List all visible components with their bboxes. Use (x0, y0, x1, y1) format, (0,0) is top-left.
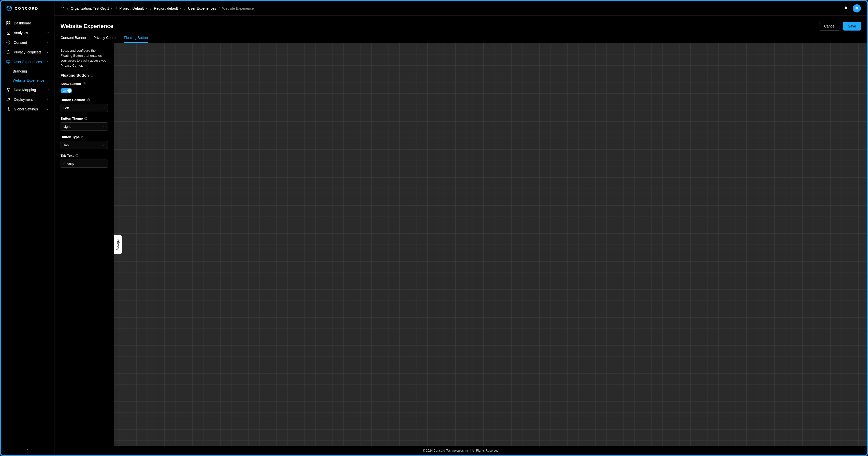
sidebar-collapse-button[interactable] (1, 445, 54, 455)
section-title: Floating Button (61, 73, 108, 78)
dashboard-icon (6, 21, 11, 26)
mapping-icon (6, 88, 11, 92)
svg-rect-3 (9, 24, 10, 25)
sidebar-item-label: Consent (14, 40, 27, 44)
svg-point-5 (8, 42, 8, 42)
sidebar-item-label: Analytics (14, 31, 28, 35)
tab-text-label: Tab Text (61, 154, 108, 157)
button-type-label: Button Type (61, 135, 108, 139)
preview-canvas: Privacy (114, 43, 867, 446)
logo-icon (6, 5, 12, 11)
button-position-label: Button Position (61, 98, 108, 102)
svg-point-13 (8, 109, 9, 110)
sidebar-item-deployment[interactable]: Deployment (1, 95, 54, 104)
chevron-down-icon (102, 125, 105, 128)
button-theme-label: Button Theme (61, 117, 108, 120)
sidebar-item-label: Data Mapping (14, 88, 36, 92)
config-description: Setup and configure the Floating Button … (61, 48, 108, 68)
sidebar-item-label: User Experiences (14, 60, 42, 64)
svg-point-12 (9, 99, 9, 99)
tabs: Consent Banner Privacy Center Floating B… (55, 31, 867, 43)
button-type-select[interactable]: Tab (61, 141, 108, 149)
sidebar-item-label: Privacy Requests (14, 50, 41, 54)
sidebar-item-consent[interactable]: Consent (1, 38, 54, 47)
chevron-down-icon (46, 108, 49, 111)
svg-point-9 (7, 88, 8, 89)
sidebar-item-analytics[interactable]: Analytics (1, 28, 54, 38)
help-icon[interactable] (84, 117, 88, 120)
save-button[interactable]: Save (843, 22, 861, 31)
svg-rect-1 (9, 21, 10, 23)
notifications-icon[interactable] (844, 6, 848, 11)
help-icon[interactable] (75, 154, 79, 157)
help-icon[interactable] (81, 135, 85, 139)
footer: © 2024 Concord Technologies Inc. | All R… (55, 446, 867, 455)
user-avatar[interactable]: BL (853, 4, 861, 12)
toggle-knob (67, 89, 71, 93)
chevron-down-icon (102, 107, 105, 110)
breadcrumb-home[interactable] (61, 6, 65, 10)
sidebar-item-label: Global Settings (14, 107, 38, 111)
sidebar-item-label: Deployment (14, 97, 33, 101)
svg-point-10 (9, 88, 10, 89)
floating-privacy-tab[interactable]: Privacy (114, 235, 122, 254)
tab-consent-banner[interactable]: Consent Banner (61, 36, 86, 43)
svg-rect-0 (7, 21, 8, 23)
topbar: / Organization: Test Org 1 / Project: De… (55, 1, 867, 16)
page-title: Website Experience (61, 23, 113, 30)
tab-floating-button[interactable]: Floating Button (124, 36, 148, 43)
sidebar-item-global-settings[interactable]: Global Settings (1, 104, 54, 114)
tab-text-input[interactable] (61, 159, 108, 168)
rocket-icon (6, 97, 11, 102)
breadcrumb-project[interactable]: Project: Default (119, 6, 148, 10)
sidebar-subitem-branding[interactable]: Branding (13, 67, 54, 76)
breadcrumb-page: Website Experience (222, 6, 254, 10)
sidebar-item-privacy-requests[interactable]: Privacy Requests (1, 47, 54, 57)
sidebar-subitem-website-experience[interactable]: Website Experience (13, 76, 54, 85)
button-theme-select[interactable]: Light (61, 122, 108, 130)
chevron-down-icon (46, 41, 49, 44)
chart-icon (6, 31, 11, 35)
main: / Organization: Test Org 1 / Project: De… (55, 1, 867, 455)
sidebar-item-user-experiences[interactable]: User Experiences (1, 57, 54, 67)
sidebar: CONCORD Dashboard Analytics Consent Priv… (1, 1, 55, 455)
svg-point-6 (9, 43, 9, 43)
shield-icon (6, 50, 11, 55)
help-icon[interactable] (90, 73, 94, 77)
svg-point-11 (8, 91, 9, 91)
logo-text: CONCORD (15, 6, 38, 10)
chevron-down-icon (46, 31, 49, 34)
show-button-toggle[interactable]: On (61, 88, 72, 93)
gear-icon (6, 107, 11, 112)
chevron-down-icon (46, 98, 49, 101)
svg-point-7 (8, 43, 8, 43)
page-header: Website Experience Cancel Save (55, 16, 867, 31)
sidebar-submenu: Branding Website Experience (1, 67, 54, 85)
monitor-icon (6, 60, 11, 64)
chevron-down-icon (46, 88, 49, 91)
breadcrumb-org[interactable]: Organization: Test Org 1 (71, 6, 113, 10)
cookie-icon (6, 40, 11, 45)
chevron-down-icon (102, 144, 105, 147)
sidebar-item-data-mapping[interactable]: Data Mapping (1, 85, 54, 95)
logo[interactable]: CONCORD (1, 1, 54, 16)
show-button-label: Show Button (61, 82, 108, 86)
svg-rect-8 (7, 60, 10, 63)
svg-point-4 (7, 41, 10, 44)
tab-privacy-center[interactable]: Privacy Center (93, 36, 117, 43)
button-position-select[interactable]: Left (61, 104, 108, 112)
sidebar-item-label: Dashboard (14, 21, 31, 25)
sidebar-item-dashboard[interactable]: Dashboard (1, 18, 54, 28)
breadcrumb-region[interactable]: Region: default (154, 6, 182, 10)
svg-rect-2 (7, 24, 8, 25)
help-icon[interactable] (83, 82, 86, 86)
config-panel: Setup and configure the Floating Button … (55, 43, 114, 446)
chevron-down-icon (46, 51, 49, 54)
breadcrumb: / Organization: Test Org 1 / Project: De… (61, 6, 844, 10)
chevron-up-icon (46, 60, 49, 63)
breadcrumb-section[interactable]: User Experiences (188, 6, 216, 10)
help-icon[interactable] (87, 98, 90, 101)
cancel-button[interactable]: Cancel (819, 22, 840, 31)
nav: Dashboard Analytics Consent Privacy Requ… (1, 16, 54, 445)
